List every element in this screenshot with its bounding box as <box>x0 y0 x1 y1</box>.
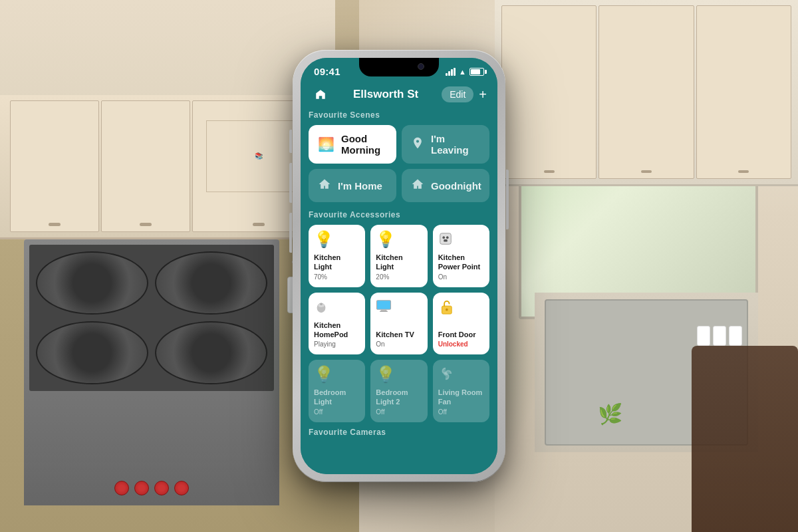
app-content[interactable]: Favourite Scenes 🌅 Good Morning <box>301 108 497 474</box>
svg-point-6 <box>320 303 323 305</box>
accessory-status-kitchen-power: On <box>438 273 484 281</box>
accessory-name-kitchen-power: Kitchen Power Point <box>438 253 484 272</box>
accessory-name-bedroom-light-2: Bedroom Light 2 <box>376 388 422 407</box>
accessory-kitchen-homepod[interactable]: Kitchen HomePod Playing <box>309 293 365 355</box>
scenes-section-label: Favourite Scenes <box>309 110 489 120</box>
tv-icon <box>376 299 422 315</box>
cameras-section-label: Favourite Cameras <box>309 428 489 437</box>
accessory-kitchen-tv[interactable]: Kitchen TV On <box>370 293 427 355</box>
battery-icon <box>469 68 484 76</box>
accessory-name-front-door: Front Door <box>438 330 484 339</box>
svg-rect-3 <box>444 239 448 242</box>
wifi-icon: ▲ <box>459 68 466 76</box>
svg-point-2 <box>446 236 449 239</box>
scene-name-im-leaving: I'm Leaving <box>431 133 480 156</box>
power-icon <box>438 231 484 249</box>
homepod-icon <box>314 299 360 317</box>
accessory-kitchen-light-1[interactable]: 💡 Kitchen Light 70% <box>309 225 365 287</box>
svg-point-1 <box>442 236 445 239</box>
accessories-section-label: Favourite Accessories <box>309 210 489 219</box>
accessory-status-kitchen-light-1: 70% <box>314 273 360 281</box>
accessories-grid-on: 💡 Kitchen Light 70% 💡 Kitchen Light <box>309 225 489 354</box>
accessories-grid-off: 💡 Bedroom Light Off 💡 Bedroom Light 2 <box>309 360 489 422</box>
scenes-grid: 🌅 Good Morning I'm Leaving <box>309 125 489 202</box>
scene-icon-good-morning: 🌅 <box>318 136 334 152</box>
status-time: 09:41 <box>314 66 340 77</box>
accessory-bedroom-light-2[interactable]: 💡 Bedroom Light 2 Off <box>370 360 427 422</box>
nav-bar: Ellsworth St Edit + <box>301 80 497 108</box>
signal-icon <box>446 68 456 76</box>
bulb-icon-1: 💡 <box>314 231 360 247</box>
accessory-status-bedroom-light-2: Off <box>376 408 422 416</box>
scene-tile-im-home[interactable]: I'm Home <box>309 169 396 202</box>
location-title: Ellsworth St <box>353 88 418 101</box>
scene-tile-im-leaving[interactable]: I'm Leaving <box>402 125 489 164</box>
accessory-status-bedroom-light: Off <box>314 408 360 416</box>
svg-rect-9 <box>380 311 388 312</box>
status-icons: ▲ <box>446 68 484 76</box>
accessory-name-kitchen-homepod: Kitchen HomePod <box>314 321 360 340</box>
svg-rect-7 <box>377 300 391 309</box>
add-button[interactable]: + <box>479 88 487 101</box>
accessory-status-kitchen-tv: On <box>376 340 422 348</box>
accessory-status-kitchen-light-2: 20% <box>376 273 422 281</box>
home-nav-icon[interactable] <box>311 85 330 104</box>
scene-name-goodnight: Goodnight <box>431 180 481 192</box>
scene-tile-good-morning[interactable]: 🌅 Good Morning <box>309 125 396 164</box>
scene-icon-im-home <box>318 178 331 194</box>
scene-icon-goodnight <box>411 178 424 194</box>
scene-name-im-home: I'm Home <box>338 180 382 192</box>
nav-actions: Edit + <box>442 86 487 102</box>
bulb-icon-2: 💡 <box>376 231 422 247</box>
accessory-bedroom-light[interactable]: 💡 Bedroom Light Off <box>309 360 365 422</box>
accessory-living-room-fan[interactable]: Living Room Fan Off <box>433 360 489 422</box>
accessory-name-kitchen-tv: Kitchen TV <box>376 330 422 339</box>
accessory-name-bedroom-light: Bedroom Light <box>314 388 360 407</box>
lock-icon <box>438 299 484 318</box>
fan-icon <box>438 366 484 384</box>
accessory-kitchen-power[interactable]: Kitchen Power Point On <box>433 225 489 287</box>
scene-tile-goodnight[interactable]: Goodnight <box>402 169 489 202</box>
svg-rect-0 <box>440 233 451 245</box>
accessory-status-front-door: Unlocked <box>438 340 484 348</box>
scene-name-good-morning: Good Morning <box>341 133 387 156</box>
scene-icon-im-leaving <box>411 136 424 153</box>
accessory-name-kitchen-light-2: Kitchen Light <box>376 253 422 272</box>
front-camera <box>418 63 424 70</box>
bulb-off-icon-2: 💡 <box>376 366 422 382</box>
accessory-status-kitchen-homepod: Playing <box>314 340 360 348</box>
accessory-kitchen-light-2[interactable]: 💡 Kitchen Light 20% <box>370 225 427 287</box>
phone-frame: 09:41 ▲ <box>293 50 505 482</box>
phone-device: 09:41 ▲ <box>293 50 505 482</box>
accessory-name-living-room-fan: Living Room Fan <box>438 388 484 407</box>
phone-screen: 09:41 ▲ <box>301 58 497 474</box>
accessory-front-door[interactable]: Front Door Unlocked <box>433 293 489 355</box>
accessory-name-kitchen-light-1: Kitchen Light <box>314 253 360 272</box>
svg-point-11 <box>446 308 448 311</box>
edit-button[interactable]: Edit <box>442 86 473 102</box>
phone-notch <box>359 58 439 76</box>
accessory-status-living-room-fan: Off <box>438 408 484 416</box>
bulb-off-icon-1: 💡 <box>314 366 360 382</box>
